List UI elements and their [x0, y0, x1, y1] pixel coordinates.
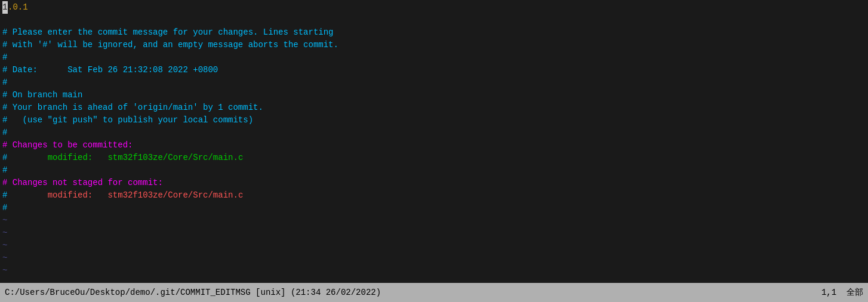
line-comment11: # [2, 202, 866, 214]
status-left: C:/Users/BruceOu/Desktop/demo/.git/COMMI… [5, 288, 381, 297]
line-comment7: # Your branch is ahead of 'origin/main' … [2, 101, 866, 114]
line-comment5: # [2, 76, 866, 89]
view-mode: 全部 [847, 287, 863, 298]
cursor-position: 1,1 [821, 288, 836, 297]
line-tilde3: ~ [2, 239, 866, 252]
timestamp-label: (21:34 26/02/2022) [291, 288, 381, 297]
view-label [836, 288, 847, 297]
line-comment6: # On branch main [2, 89, 866, 101]
line-comment1: # Please enter the commit message for yo… [2, 26, 866, 39]
line-comment3: # [2, 51, 866, 64]
line-staged-header: # Changes to be committed: [2, 139, 866, 152]
cursor: 1 [2, 1, 8, 14]
line-tilde2: ~ [2, 227, 866, 239]
file-path: C:/Users/BruceOu/Desktop/demo/.git/COMMI… [5, 288, 251, 297]
file-type [251, 288, 256, 297]
line-comment8: # (use "git push" to publish your local … [2, 114, 866, 127]
line-unstaged-file: # modified: stm32f103ze/Core/Src/main.c [2, 189, 866, 202]
status-bar: C:/Users/BruceOu/Desktop/demo/.git/COMMI… [0, 283, 868, 302]
line-unstaged-header: # Changes not staged for commit: [2, 177, 866, 189]
line-comment2: # with '#' will be ignored, and an empty… [2, 39, 866, 51]
line-tilde5: ~ [2, 264, 866, 277]
file-timestamp [286, 288, 291, 297]
file-type-label: [unix] [256, 288, 285, 297]
line-tilde1: ~ [2, 214, 866, 227]
line-version: 1.0.1 [2, 1, 866, 14]
line-blank1 [2, 14, 866, 26]
editor-area[interactable]: 1.0.1 # Please enter the commit message … [0, 0, 868, 283]
line-staged-file: # modified: stm32f103ze/Core/Src/main.c [2, 152, 866, 164]
line-tilde4: ~ [2, 252, 866, 264]
line-comment9: # [2, 127, 866, 139]
version-text: .0.1 [8, 1, 28, 14]
line-comment10: # [2, 164, 866, 177]
line-comment4: # Date: Sat Feb 26 21:32:08 2022 +0800 [2, 64, 866, 76]
status-right: 1,1 全部 [821, 287, 863, 298]
